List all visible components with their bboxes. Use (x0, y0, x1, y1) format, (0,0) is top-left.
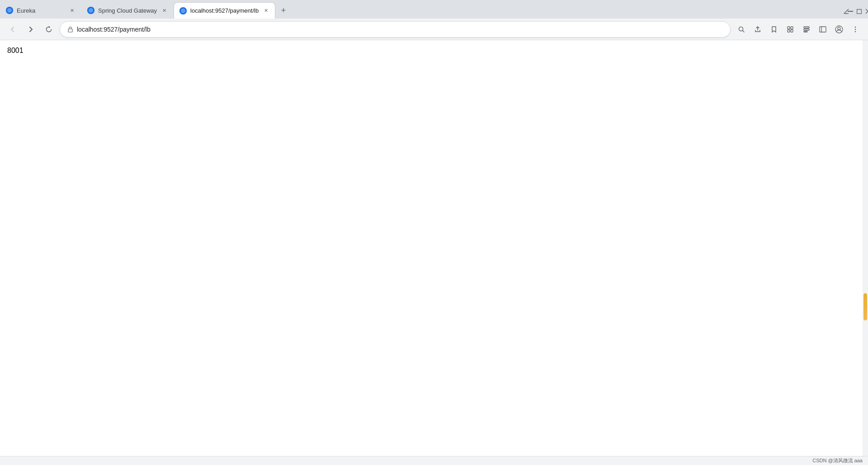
address-text: localhost:9527/payment/lb (77, 26, 723, 33)
menu-icon[interactable] (848, 22, 863, 37)
svg-rect-23 (820, 27, 826, 32)
svg-rect-17 (791, 27, 793, 29)
sidebar-icon[interactable] (816, 22, 830, 37)
share-icon[interactable] (750, 22, 765, 37)
svg-rect-18 (788, 30, 790, 32)
svg-point-5 (181, 9, 185, 13)
lock-icon (67, 26, 73, 33)
svg-point-3 (89, 8, 93, 13)
status-bar: CSDN @清风微流 aaa (0, 456, 868, 465)
svg-rect-21 (804, 29, 809, 30)
minimize-button[interactable] (848, 6, 853, 17)
svg-point-29 (855, 31, 856, 32)
svg-rect-19 (791, 30, 793, 32)
window-controls (854, 6, 864, 17)
tab-gateway-close[interactable]: ✕ (160, 7, 168, 14)
page-content: 8001 (0, 40, 868, 456)
status-text: CSDN @清风微流 aaa (812, 457, 863, 464)
eureka-favicon (6, 7, 13, 14)
address-bar[interactable]: localhost:9527/payment/lb (60, 21, 731, 38)
bookmark-icon[interactable] (767, 22, 781, 37)
svg-point-26 (838, 27, 840, 30)
tab-eureka-label: Eureka (17, 7, 65, 14)
svg-rect-8 (848, 11, 853, 12)
close-button[interactable] (865, 6, 868, 17)
profile-icon[interactable] (832, 22, 846, 37)
tab-bar: Eureka ✕ Spring Cloud Gateway ✕ localhos… (0, 0, 868, 19)
page-main-text: 8001 (0, 40, 868, 61)
tab-search-icon[interactable] (799, 22, 814, 37)
tab-localhost[interactable]: localhost:9527/payment/lb ✕ (174, 2, 275, 19)
localhost-favicon (179, 7, 187, 14)
search-icon[interactable] (734, 22, 749, 37)
svg-rect-13 (68, 29, 72, 32)
browser-window: Eureka ✕ Spring Cloud Gateway ✕ localhos… (0, 0, 868, 465)
toolbar-right (734, 22, 863, 37)
scrollbar-track[interactable] (863, 40, 868, 456)
tab-eureka-close[interactable]: ✕ (68, 7, 75, 14)
svg-point-28 (855, 28, 856, 30)
tab-gateway-label: Spring Cloud Gateway (98, 7, 157, 14)
tab-bar-controls (841, 6, 868, 19)
tab-spring-cloud-gateway[interactable]: Spring Cloud Gateway ✕ (81, 2, 174, 19)
new-tab-button[interactable]: + (277, 4, 290, 17)
toolbar: localhost:9527/payment/lb (0, 19, 868, 40)
svg-point-27 (855, 26, 856, 28)
scrollbar-thumb[interactable] (863, 293, 867, 320)
forward-button[interactable] (24, 22, 38, 37)
svg-marker-12 (49, 26, 50, 28)
svg-point-1 (7, 8, 12, 13)
maximize-button[interactable] (857, 6, 862, 17)
svg-line-15 (743, 30, 745, 32)
back-button[interactable] (5, 22, 20, 37)
extensions-icon[interactable] (783, 22, 797, 37)
svg-rect-9 (857, 9, 861, 14)
tab-localhost-label: localhost:9527/payment/lb (190, 7, 259, 14)
reload-button[interactable] (42, 22, 56, 37)
svg-rect-20 (804, 27, 809, 28)
tab-eureka[interactable]: Eureka ✕ (0, 2, 81, 19)
gateway-favicon (87, 7, 94, 14)
svg-rect-16 (788, 27, 790, 29)
svg-rect-22 (804, 31, 807, 32)
tab-localhost-close[interactable]: ✕ (262, 7, 269, 14)
